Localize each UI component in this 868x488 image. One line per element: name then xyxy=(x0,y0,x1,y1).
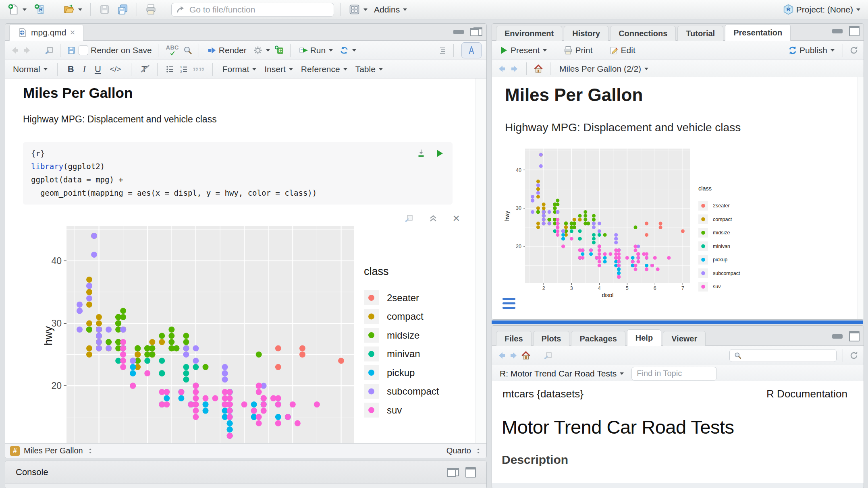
open-in-window-icon[interactable] xyxy=(543,351,553,360)
forward-icon[interactable] xyxy=(22,45,32,55)
numbered-list-icon[interactable] xyxy=(179,64,189,74)
legend-label: pickup xyxy=(713,257,727,263)
refresh-icon[interactable] xyxy=(849,351,859,360)
new-project-button[interactable] xyxy=(31,3,49,16)
pane-splitter[interactable] xyxy=(492,321,863,324)
back-icon[interactable] xyxy=(10,45,20,55)
minimize-pane-icon[interactable] xyxy=(832,334,843,339)
mode-selector-icon[interactable] xyxy=(475,447,482,455)
collapse-output-icon[interactable] xyxy=(428,213,438,223)
maximize-pane-icon[interactable] xyxy=(849,331,860,341)
open-file-button[interactable] xyxy=(61,3,84,16)
help-search-box[interactable] xyxy=(729,349,837,362)
visual-editor-toggle[interactable] xyxy=(461,42,482,58)
back-icon[interactable] xyxy=(497,64,507,74)
console-header[interactable]: Console xyxy=(5,461,486,484)
maximize-pane-icon[interactable] xyxy=(465,467,476,478)
tab-help[interactable]: Help xyxy=(627,329,661,346)
find-in-topic-input[interactable] xyxy=(631,367,717,380)
data-point xyxy=(115,321,121,327)
forward-icon[interactable] xyxy=(510,64,519,74)
close-icon[interactable]: × xyxy=(70,28,75,37)
search-icon[interactable] xyxy=(183,45,193,55)
minimize-pane-icon[interactable] xyxy=(453,30,464,34)
save-icon[interactable] xyxy=(66,45,76,55)
project-menu[interactable]: Project: (None) xyxy=(781,3,862,16)
paragraph-style-menu[interactable]: Normal xyxy=(11,64,50,75)
render-on-save-checkbox[interactable] xyxy=(79,45,88,55)
tab-files[interactable]: Files xyxy=(496,331,532,346)
code-chunk[interactable]: {r} library(ggplot2)ggplot(data = mpg) +… xyxy=(23,142,453,205)
help-search-input[interactable] xyxy=(745,350,832,361)
refresh-icon[interactable] xyxy=(849,45,859,55)
edit-presentation-button[interactable]: Edit xyxy=(607,45,638,56)
reference-menu[interactable]: Reference xyxy=(299,64,349,75)
table-menu[interactable]: Table xyxy=(353,64,385,75)
rerun-button[interactable] xyxy=(337,45,358,56)
tab-mpg-qmd[interactable]: mpg.qmd × xyxy=(9,24,83,41)
code-icon[interactable]: </> xyxy=(108,65,123,74)
spellcheck-icon[interactable]: ABC xyxy=(164,45,181,56)
tab-connections[interactable]: Connections xyxy=(610,26,676,41)
save-icon xyxy=(99,4,110,15)
bullet-list-icon[interactable] xyxy=(165,64,175,74)
workspace-panes-button[interactable] xyxy=(347,3,370,16)
go-to-file-search[interactable] xyxy=(171,3,334,17)
forward-icon[interactable] xyxy=(509,351,519,360)
run-button[interactable]: Run xyxy=(297,45,335,56)
save-all-button[interactable] xyxy=(115,3,131,16)
tab-history[interactable]: History xyxy=(564,26,608,41)
slide-selector[interactable]: Miles Per Gallon (2/2) xyxy=(557,63,650,74)
print-button[interactable] xyxy=(143,3,159,16)
compass-icon xyxy=(467,45,476,55)
chevron-down-icon xyxy=(403,8,407,11)
home-icon[interactable] xyxy=(521,351,531,360)
tab-presentation[interactable]: Presentation xyxy=(725,24,791,41)
tab-plots[interactable]: Plots xyxy=(533,331,570,346)
print-presentation-button[interactable]: Print xyxy=(561,45,594,56)
topic-selector[interactable]: R: Motor Trend Car Road Tests xyxy=(498,368,626,379)
minimize-pane-icon[interactable] xyxy=(832,29,843,33)
clear-formatting-icon[interactable]: T xyxy=(139,64,149,74)
maximize-pane-icon[interactable] xyxy=(849,26,860,36)
data-point xyxy=(553,203,557,206)
publish-button[interactable]: Publish xyxy=(786,45,837,56)
save-button[interactable] xyxy=(97,3,112,16)
format-menu[interactable]: Format xyxy=(220,64,259,75)
run-all-above-icon[interactable] xyxy=(416,149,426,158)
render-options-button[interactable] xyxy=(251,45,272,56)
underline-icon[interactable]: U xyxy=(92,64,104,74)
editor-scrollbar[interactable] xyxy=(476,79,486,443)
outline-icon[interactable] xyxy=(438,45,447,55)
open-output-in-window-icon[interactable] xyxy=(404,213,414,223)
heading-selector-icon[interactable] xyxy=(87,447,93,455)
data-point xyxy=(130,358,136,364)
tab-viewer[interactable]: Viewer xyxy=(663,331,706,346)
tab-tutorial[interactable]: Tutorial xyxy=(677,26,723,41)
addins-menu[interactable]: Addins xyxy=(372,4,409,15)
chunk-code[interactable]: library(ggplot2)ggplot(data = mpg) + geo… xyxy=(31,160,444,200)
document-canvas[interactable]: Miles Per Gallon Highway MPG: Displaceme… xyxy=(5,79,486,443)
slide-scrollbar[interactable] xyxy=(858,77,864,319)
insert-chunk-icon[interactable] xyxy=(274,45,284,55)
go-to-file-input[interactable] xyxy=(189,4,330,15)
back-icon[interactable] xyxy=(497,351,507,360)
render-button[interactable]: Render xyxy=(205,45,249,56)
chevron-down-icon xyxy=(831,49,835,52)
bold-icon[interactable]: B xyxy=(65,64,77,74)
insert-menu[interactable]: Insert xyxy=(262,64,295,75)
legend-label: subcompact xyxy=(387,386,439,397)
maximize-pane-icon[interactable] xyxy=(470,27,482,36)
new-file-button[interactable] xyxy=(6,3,29,16)
data-point xyxy=(542,210,546,214)
present-button[interactable]: Present xyxy=(497,45,549,56)
tab-packages[interactable]: Packages xyxy=(571,331,625,346)
home-icon[interactable] xyxy=(534,64,543,74)
blockquote-icon[interactable]: ”” xyxy=(193,63,205,75)
run-chunk-icon[interactable] xyxy=(435,149,444,158)
slide-menu-icon[interactable] xyxy=(503,298,515,309)
italic-icon[interactable]: I xyxy=(81,64,88,74)
tab-environment[interactable]: Environment xyxy=(496,26,562,41)
open-in-window-icon[interactable] xyxy=(44,45,54,55)
restore-pane-icon[interactable] xyxy=(447,468,459,477)
